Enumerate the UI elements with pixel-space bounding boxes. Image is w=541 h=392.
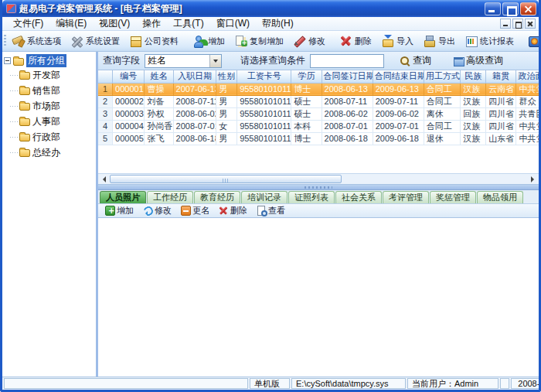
table-row[interactable]: 2000002刘备2008-07-11男955801010111硕士2008-0… [98, 95, 539, 107]
tab-8[interactable]: 奖惩管理 [430, 191, 476, 203]
detail-button-sadd[interactable]: 增加 [101, 205, 138, 216]
tab-7[interactable]: 考评管理 [383, 191, 429, 203]
horizontal-splitter[interactable] [98, 185, 539, 190]
add-icon [105, 206, 115, 216]
column-header[interactable]: 学历 [291, 70, 322, 83]
advanced-search-button[interactable]: 高级查询 [450, 54, 506, 67]
detail-button-sdel[interactable]: 删除 [215, 205, 251, 216]
horizontal-scrollbar[interactable] [98, 173, 539, 184]
restore-button[interactable] [502, 2, 519, 15]
status-db-path: E:\cySoft\data\tmpcy.sys [291, 378, 406, 389]
search-button[interactable]: 查询 [396, 54, 434, 67]
company-info-icon [129, 35, 142, 47]
tab-9[interactable]: 物品领用 [477, 191, 523, 203]
title-bar[interactable]: 超易电子档案管理系统 - [电子档案管理] [2, 0, 539, 17]
toolbar-button-report[interactable]: 统计报表 [460, 32, 519, 50]
detail-button-smod[interactable]: 修改 [139, 205, 175, 216]
column-header[interactable]: 合同结束日期 [373, 70, 424, 83]
tree-item[interactable]: 开发部 [4, 67, 94, 83]
table-row[interactable]: 3000003孙权2008-06-02男955801010113硕士2008-0… [98, 107, 539, 120]
menu-items-container: 文件(F)编辑(E)视图(V)操作工具(T)窗口(W)帮助(H) [7, 16, 300, 31]
column-header[interactable]: 姓名 [145, 70, 173, 83]
column-header[interactable]: 用工方式 [424, 70, 460, 83]
tree-item[interactable]: 人事部 [4, 114, 94, 129]
tree-root-all-groups[interactable]: 所有分组 [4, 54, 94, 67]
status-spacer [500, 378, 509, 389]
detail-tabs: 人员照片工作经历教育经历培训记录证照列表社会关系考评管理奖惩管理物品领用 [98, 190, 539, 203]
query-field-combo[interactable]: 姓名 [145, 54, 222, 68]
menu-item[interactable]: 视图(V) [93, 16, 136, 31]
status-date: 2008-11-29 [511, 378, 541, 389]
recode-icon [528, 35, 541, 47]
menu-item[interactable]: 工具(T) [167, 16, 209, 31]
column-header[interactable]: 入职日期 [173, 70, 216, 83]
tree-item[interactable]: 总经办 [4, 145, 94, 160]
column-header[interactable]: 编号 [113, 70, 145, 83]
tree-item[interactable]: 市场部 [4, 98, 94, 114]
detail-button-sren[interactable]: 更名 [177, 205, 213, 216]
toolbar-button-sysopt[interactable]: 系统选项 [7, 32, 66, 50]
collapse-icon[interactable] [4, 57, 11, 64]
folder-icon [19, 72, 30, 80]
scroll-left-arrow-icon[interactable] [98, 174, 110, 184]
mdi-minimize-button[interactable] [500, 19, 511, 29]
mdi-close-button[interactable] [525, 19, 536, 29]
app-window: 超易电子档案管理系统 - [电子档案管理] 文件(F)编辑(E)视图(V)操作工… [0, 0, 541, 392]
toolbar-button-company[interactable]: 公司资料 [124, 32, 183, 50]
tab-1[interactable]: 人员照片 [100, 191, 146, 203]
chevron-down-icon[interactable] [209, 55, 221, 67]
query-condition-input[interactable] [310, 54, 384, 68]
folder-icon [19, 118, 30, 126]
query-field-label: 查询字段 [103, 54, 140, 67]
close-button[interactable] [520, 2, 536, 15]
tree-item[interactable]: 销售部 [4, 83, 94, 98]
tab-2[interactable]: 工作经历 [147, 191, 193, 203]
minimize-button[interactable] [485, 2, 501, 15]
mdi-restore-button[interactable] [512, 19, 523, 29]
query-bar: 查询字段 姓名 请选择查询条件 查询 高级查询 [98, 52, 539, 70]
toolbar-button-modify[interactable]: 修改 [288, 32, 330, 50]
tab-6[interactable]: 社会关系 [335, 191, 382, 203]
menu-item[interactable]: 操作 [136, 16, 167, 31]
status-blank [4, 378, 248, 389]
search-icon [400, 56, 410, 66]
column-header[interactable] [98, 70, 113, 83]
tab-3[interactable]: 教育经历 [194, 191, 240, 203]
table-row[interactable]: 4000004孙尚香2008-07-01女955801010115本科2008-… [98, 120, 539, 132]
column-header[interactable]: 合同签订日期 [322, 70, 373, 83]
menu-item[interactable]: 窗口(W) [210, 16, 256, 31]
toolbar-button-del[interactable]: 删除 [335, 32, 376, 50]
status-bar: 单机版 E:\cySoft\data\tmpcy.sys 当前用户：Admin … [2, 377, 539, 390]
column-header[interactable]: 民族 [461, 70, 486, 83]
add-person-icon [192, 35, 206, 47]
main-toolbar: 系统选项系统设置公司资料增加复制增加修改删除导入导出统计报表重新编码关于 [2, 31, 539, 52]
query-field-value: 姓名 [145, 54, 209, 67]
toolbar-button-copyadd[interactable]: 复制增加 [230, 32, 288, 50]
window-title: 超易电子档案管理系统 - [电子档案管理] [19, 2, 485, 15]
toolbar-button-recode[interactable]: 重新编码 [523, 32, 541, 50]
group-tree: 所有分组 开发部销售部市场部人事部行政部总经办 [2, 52, 98, 377]
column-header[interactable]: 政治面貌 [516, 70, 539, 83]
column-header[interactable]: 籍贯 [486, 70, 516, 83]
scroll-right-arrow-icon[interactable] [527, 174, 539, 184]
menu-item[interactable]: 文件(F) [7, 16, 49, 31]
toolbar-button-sysset[interactable]: 系统设置 [66, 32, 124, 50]
toolbar-button-export[interactable]: 导出 [418, 32, 460, 50]
column-header[interactable]: 性别 [216, 70, 237, 83]
tab-4[interactable]: 培训记录 [241, 191, 288, 203]
table-row[interactable]: 5000005张飞2008-06-18男955801010116博士2008-0… [98, 132, 539, 145]
menu-item[interactable]: 帮助(H) [256, 16, 300, 31]
scrollbar-thumb[interactable] [110, 175, 342, 183]
tab-5[interactable]: 证照列表 [288, 191, 335, 203]
photo-panel [98, 218, 539, 377]
employee-grid: 编号姓名入职日期性别工资卡号学历合同签订日期合同结束日期用工方式民族籍贯政治面貌… [98, 70, 539, 185]
column-header[interactable]: 工资卡号 [237, 70, 291, 83]
tree-item[interactable]: 行政部 [4, 129, 94, 145]
system-options-icon [12, 35, 25, 47]
table-row[interactable]: 1000001曹操2007-06-13男955801010110博士2008-0… [98, 83, 539, 95]
toolbar-button-add[interactable]: 增加 [188, 32, 230, 50]
menu-item[interactable]: 编辑(E) [49, 16, 93, 31]
delete-x-icon [339, 35, 352, 47]
detail-button-sview[interactable]: 查看 [253, 205, 289, 216]
toolbar-button-import[interactable]: 导入 [376, 32, 418, 50]
